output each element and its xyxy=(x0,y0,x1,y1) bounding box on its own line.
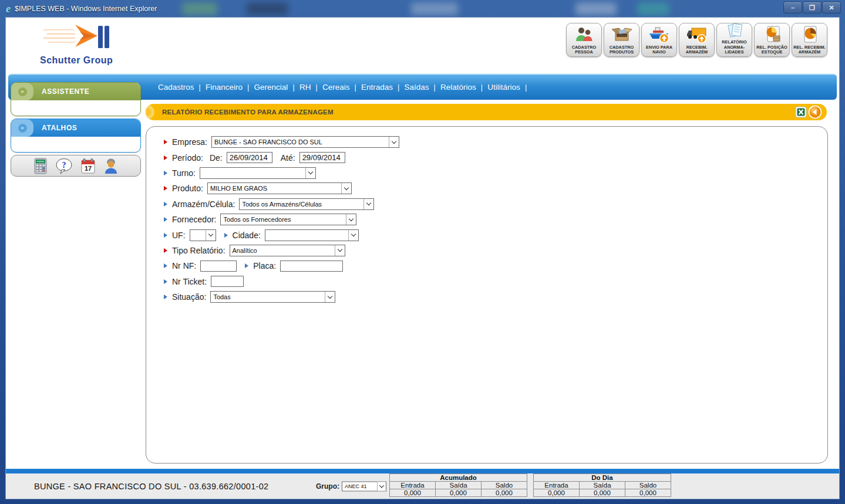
col-header: Saldo xyxy=(625,482,671,489)
chevron-down-icon xyxy=(363,199,373,209)
cidade-select[interactable] xyxy=(265,229,359,241)
cadastro-produtos-button[interactable]: CADASTRO PRODUTOS xyxy=(604,23,639,57)
menu-item-saidas[interactable]: Saídas xyxy=(405,83,429,92)
ship-icon xyxy=(648,25,671,45)
optional-bullet-icon xyxy=(245,263,248,268)
situacao-select[interactable]: Todas xyxy=(210,291,335,303)
periodo-de-input[interactable] xyxy=(227,152,272,163)
pie-chart-doc-icon xyxy=(799,25,820,45)
atalhos-panel: » ATALHOS xyxy=(11,119,141,153)
atalhos-label: ATALHOS xyxy=(42,124,77,132)
tipo-relatorio-select[interactable]: Analítico xyxy=(230,245,345,256)
restore-button[interactable]: ❐ xyxy=(803,2,822,13)
menu-item-cadastros[interactable]: Cadastros xyxy=(158,83,194,92)
form-row-nf-placa: Nr NF: Placa: xyxy=(164,258,827,273)
empresa-select[interactable]: BUNGE - SAO FRANCISCO DO SUL xyxy=(211,136,399,148)
toolbar-button-label: ENVIO PARA NAVIO xyxy=(642,45,676,56)
form-row-armazem: Armazém/Célula: Todos os Armazéns/Célula… xyxy=(164,197,827,212)
optional-bullet-icon xyxy=(164,217,167,222)
chevron-down-icon xyxy=(325,292,335,302)
report-title: RELATÓRIO RECEBIMENTO PARA ARMAZENAGEM xyxy=(162,109,334,116)
panel-knob: » xyxy=(11,119,33,137)
col-header: Entrada xyxy=(390,482,436,489)
form-row-ticket: Nr Ticket: xyxy=(164,274,827,289)
menu-item-entradas[interactable]: Entradas xyxy=(361,83,393,92)
excel-export-icon[interactable] xyxy=(795,106,807,118)
calculator-icon[interactable] xyxy=(33,158,48,174)
titlebar-glass-blur xyxy=(637,2,669,15)
fornecedor-select[interactable]: Todos os Fornecedores xyxy=(220,214,356,225)
atalhos-header[interactable]: » ATALHOS xyxy=(11,119,140,137)
report-bar-knob xyxy=(146,105,154,119)
envio-para-navio-button[interactable]: ENVIO PARA NAVIO xyxy=(641,23,677,57)
cadastro-pessoa-button[interactable]: CADASTRO PESSOA xyxy=(566,23,602,57)
optional-bullet-icon xyxy=(164,202,167,207)
rel-recebimento-armazem-button[interactable]: REL. RECEBIM. ARMAZÉM xyxy=(792,23,827,57)
company-identification: BUNGE - SAO FRANCISCO DO SUL - 03.639.66… xyxy=(34,482,268,491)
sidebar-iconbar: ? 17 xyxy=(11,155,141,177)
chevron-down-icon xyxy=(348,230,358,241)
status-bar: BUNGE - SAO FRANCISCO DO SUL - 03.639.66… xyxy=(6,473,839,499)
chevron-down-icon xyxy=(305,168,315,178)
menu-separator: | xyxy=(398,83,400,92)
situacao-label: Situação: xyxy=(172,292,206,302)
form-row-fornecedor: Fornecedor: Todos os Fornecedores xyxy=(164,212,827,227)
relatorio-anormalidades-button[interactable]: RELATÓRIO ANORMA- LIDADES xyxy=(716,23,752,57)
window-title: $IMPLES WEB - Windows Internet Explorer xyxy=(15,5,157,13)
titlebar-glass-blur xyxy=(247,2,288,15)
browser-window: e $IMPLES WEB - Windows Internet Explore… xyxy=(0,0,845,504)
armazem-select[interactable]: Todos os Armazéns/Células xyxy=(239,198,374,210)
cidade-label: Cidade: xyxy=(233,231,261,240)
question-mark: ? xyxy=(62,161,66,170)
optional-bullet-icon xyxy=(164,279,167,284)
periodo-ate-input[interactable] xyxy=(299,152,345,163)
close-button[interactable]: ✕ xyxy=(822,2,841,13)
tipo-relatorio-value: Analítico xyxy=(230,245,335,256)
calendar-icon[interactable]: 17 xyxy=(80,158,96,174)
nr-nf-input[interactable] xyxy=(200,261,237,272)
rel-posicao-estoque-button[interactable]: REL. POSIÇÃO ESTOQUE xyxy=(754,23,790,57)
armazem-value: Todos os Armazéns/Células xyxy=(240,199,363,209)
cell-value: 0,000 xyxy=(436,489,482,497)
user-icon[interactable] xyxy=(103,158,119,174)
chevron-down-icon xyxy=(346,214,356,225)
menu-separator: | xyxy=(434,83,436,92)
documents-icon xyxy=(725,22,745,40)
menu-item-financeiro[interactable]: Financeiro xyxy=(206,83,243,92)
menu-item-utilitarios[interactable]: Utilitários xyxy=(487,83,520,92)
uf-label: UF: xyxy=(172,231,186,240)
menu-item-relatorios[interactable]: Relatórios xyxy=(440,83,476,92)
chevron-down-icon xyxy=(377,482,386,491)
calendar-day: 17 xyxy=(84,165,91,172)
toolbar-button-label: REL. RECEBIM. ARMAZÉM xyxy=(793,45,826,56)
titlebar-glass-blur xyxy=(575,2,617,15)
optional-bullet-icon xyxy=(224,233,228,238)
turno-select[interactable] xyxy=(200,167,316,179)
minimize-button[interactable]: – xyxy=(783,2,802,13)
grupo-select[interactable]: ANEC 41 xyxy=(342,481,386,491)
menu-item-rh[interactable]: RH xyxy=(299,83,311,92)
menu-item-cereais[interactable]: Cereais xyxy=(322,83,350,92)
form-row-periodo: Período: De: Até: xyxy=(164,150,827,165)
back-icon[interactable] xyxy=(808,105,822,119)
cell-value: 0,000 xyxy=(625,489,671,497)
report-header-bar: RELATÓRIO RECEBIMENTO PARA ARMAZENAGEM xyxy=(146,104,827,120)
form-row-tipo-relatorio: Tipo Relatório: Analítico xyxy=(164,243,827,258)
recebimento-armazem-button[interactable]: RECEBIM. ARMAZÉM xyxy=(679,23,715,57)
fornecedor-label: Fornecedor: xyxy=(172,215,216,224)
logo-arrow-icon xyxy=(39,22,127,54)
nr-ticket-input[interactable] xyxy=(211,276,244,287)
optional-bullet-icon xyxy=(164,263,167,268)
assistente-header[interactable]: » ASSISTENTE xyxy=(11,83,140,100)
col-header: Saída xyxy=(436,482,482,489)
schutter-group-logo: Schutter Group xyxy=(39,22,127,68)
produto-select[interactable]: MILHO EM GRAOS xyxy=(207,182,352,194)
periodo-ate-label: Até: xyxy=(281,153,295,163)
help-icon[interactable]: ? xyxy=(55,158,73,174)
grupo-field: Grupo: ANEC 41 xyxy=(316,481,386,491)
placa-input[interactable] xyxy=(280,261,343,272)
uf-select[interactable] xyxy=(190,229,216,241)
menu-item-gerencial[interactable]: Gerencial xyxy=(254,83,288,92)
pie-chart-box-icon xyxy=(762,25,783,45)
cell-value: 0,000 xyxy=(580,489,625,497)
